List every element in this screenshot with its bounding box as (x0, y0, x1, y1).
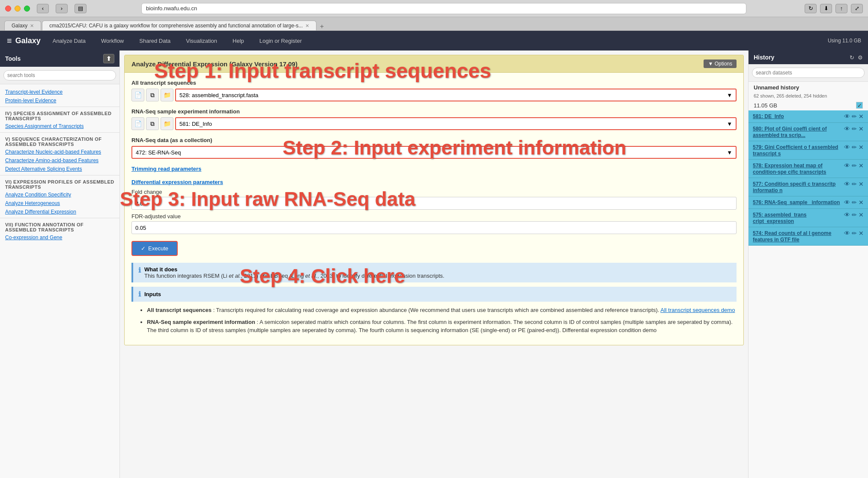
minimize-button[interactable] (15, 6, 21, 12)
execute-label: Execute (148, 245, 168, 252)
tool-link-alternative-splicing[interactable]: Detect Alternative Splicing Events (0, 165, 119, 173)
history-item-576-edit-icon[interactable]: ✏ (852, 199, 857, 206)
history-item-579-icons: 👁 ✏ ✕ (844, 144, 864, 151)
history-refresh-icon[interactable]: ↻ (850, 54, 854, 61)
history-item-578-edit-icon[interactable]: ✏ (852, 162, 857, 169)
history-item-580-edit-icon[interactable]: ✏ (852, 125, 857, 132)
nav-shared-data[interactable]: Shared Data (136, 36, 174, 46)
history-settings-icon[interactable]: ⚙ (858, 54, 863, 61)
maximize-button[interactable] (24, 6, 30, 12)
fullscreen-icon[interactable]: ⤢ (851, 4, 863, 13)
history-item-577-delete-icon[interactable]: ✕ (859, 181, 864, 187)
execute-button[interactable]: ✓ Execute (131, 241, 178, 256)
nav-workflow[interactable]: Workflow (98, 36, 127, 46)
forward-button[interactable]: › (56, 4, 68, 13)
history-item-579-eye-icon[interactable]: 👁 (844, 144, 850, 151)
history-item-576-link[interactable]: 576: RNA-Seq_sample _information (753, 199, 840, 205)
history-item-575-eye-icon[interactable]: 👁 (844, 211, 850, 218)
transcript-folder-icon[interactable]: 📁 (161, 89, 173, 101)
tab-cafu-close[interactable]: ✕ (305, 23, 309, 29)
history-checkbox[interactable]: ✓ (856, 102, 863, 109)
rnaseq-sample-group: RNA-Seq sample experiment information 📄 … (131, 108, 737, 130)
transcript-file-icon[interactable]: 📄 (131, 89, 144, 101)
fdr-label: FDR-adjusted value (131, 213, 737, 220)
history-item-579-delete-icon[interactable]: ✕ (859, 144, 864, 151)
search-tools-input[interactable] (3, 70, 116, 80)
inputs-section: ℹ Inputs All transcript sequences : Tran… (131, 287, 737, 335)
history-item-578-eye-icon[interactable]: 👁 (844, 162, 850, 169)
sample-folder-icon[interactable]: 📁 (161, 117, 173, 130)
search-datasets-input[interactable] (752, 68, 865, 78)
history-item-580-delete-icon[interactable]: ✕ (859, 125, 864, 132)
history-item-578-delete-icon[interactable]: ✕ (859, 162, 864, 169)
share-icon[interactable]: ↑ (835, 4, 847, 13)
nav-analyze-data[interactable]: Analyze Data (49, 36, 89, 46)
input2-item: RNA-Seq sample experiment information : … (147, 318, 737, 335)
input1-demo-link[interactable]: All transcript sequences demo (660, 307, 735, 313)
fold-change-input[interactable] (131, 197, 737, 210)
sample-copy-icon[interactable]: ⧉ (146, 117, 159, 130)
history-item-579-link[interactable]: 579: Gini Coefficient o f assembled tran… (753, 144, 838, 157)
history-item-575-edit-icon[interactable]: ✏ (852, 211, 857, 218)
tools-header: Tools ⬆ (0, 50, 119, 67)
download-icon[interactable]: ⬇ (820, 4, 832, 13)
tab-cafu[interactable]: cma2015/CAFU: CAFU is a galaxy workflow … (42, 21, 316, 30)
history-item-581-edit-icon[interactable]: ✏ (852, 113, 857, 120)
history-item-579: 579: Gini Coefficient o f assembled tran… (749, 141, 868, 160)
tool-link-nucleic-acid-features[interactable]: Characterize Nucleic-acid-based Features (0, 148, 119, 156)
nav-login[interactable]: Login or Register (256, 36, 305, 46)
history-item-581-link[interactable]: 581: DE_Info (753, 113, 784, 119)
sample-file-icon[interactable]: 📄 (131, 117, 144, 130)
history-item-574-eye-icon[interactable]: 👁 (844, 230, 850, 237)
history-item-576-delete-icon[interactable]: ✕ (859, 199, 864, 206)
history-item-579-edit-icon[interactable]: ✏ (852, 144, 857, 151)
history-item-577: 577: Condition specifi c transcritp info… (749, 178, 868, 196)
history-name: Unnamed history (749, 82, 868, 93)
history-item-577-eye-icon[interactable]: 👁 (844, 181, 850, 187)
tool-link-amino-acid-features[interactable]: Characterize Amino-acid-based Features (0, 156, 119, 165)
history-item-574-edit-icon[interactable]: ✏ (852, 230, 857, 237)
history-item-578-content: 578: Expression heat map of condition-sp… (753, 162, 841, 175)
history-item-574-link[interactable]: 574: Read counts of al l genome features… (753, 230, 831, 243)
tool-link-differential-expression[interactable]: Analyze Differential Expression (0, 208, 119, 216)
trimming-params-link[interactable]: Trimming read parameters (131, 166, 737, 172)
tool-link-protein-evidence[interactable]: Protein-level Evidence (0, 96, 119, 105)
nav-help[interactable]: Help (229, 36, 248, 46)
history-item-581-eye-icon[interactable]: 👁 (844, 113, 850, 120)
tab-galaxy[interactable]: Galaxy ✕ (4, 21, 41, 30)
rnaseq-data-select[interactable]: 472: SE-RNA-Seq ▼ (131, 146, 737, 159)
address-bar[interactable]: bioinfo.nwafu.edu.cn (141, 3, 746, 14)
tool-link-coexpression[interactable]: Co-expression and Gene (0, 233, 119, 242)
history-item-574-delete-icon[interactable]: ✕ (859, 230, 864, 237)
tab-galaxy-close[interactable]: ✕ (30, 23, 34, 29)
close-button[interactable] (5, 6, 11, 12)
fdr-input[interactable] (131, 221, 737, 234)
history-item-577-edit-icon[interactable]: ✏ (852, 181, 857, 187)
reload-button[interactable]: ↻ (805, 4, 817, 13)
history-item-581-delete-icon[interactable]: ✕ (859, 113, 864, 120)
history-item-580-eye-icon[interactable]: 👁 (844, 125, 850, 132)
diff-expr-params-link[interactable]: Differential expression parameters (131, 179, 737, 185)
transcript-copy-icon[interactable]: ⧉ (146, 89, 159, 101)
sidebar-toggle-button[interactable]: ▤ (75, 4, 87, 13)
fold-change-label: Fold change (131, 189, 737, 195)
nav-visualization[interactable]: Visualization (182, 36, 221, 46)
history-item-575-delete-icon[interactable]: ✕ (859, 211, 864, 218)
history-title: History (754, 54, 774, 61)
history-item-580-link[interactable]: 580: Plot of Gini coeffi cient of assemb… (753, 126, 827, 138)
back-button[interactable]: ‹ (37, 4, 49, 13)
history-item-576-eye-icon[interactable]: 👁 (844, 199, 850, 206)
all-transcripts-select[interactable]: 528: assembled_transcript.fasta ▼ (175, 89, 737, 101)
tools-upload-button[interactable]: ⬆ (103, 54, 114, 63)
history-sidebar: History ↻ ⚙ Unnamed history 62 shown, 26… (748, 50, 868, 478)
tab-add-button[interactable]: + (317, 23, 326, 30)
tool-link-species-assignment[interactable]: Species Assignment of Transcripts (0, 122, 119, 131)
tool-link-condition-specificity[interactable]: Analyze Condition Specificity (0, 190, 119, 199)
history-item-575-link[interactable]: 575: assembled_trans cript_expression (753, 212, 806, 224)
tool-link-heterogeneous[interactable]: Analyze Heterogeneous (0, 199, 119, 208)
rnaseq-sample-select[interactable]: 581: DE_Info ▼ (175, 117, 737, 130)
tool-link-transcript-evidence[interactable]: Transcript-level Evidence (0, 88, 119, 96)
history-item-578-link[interactable]: 578: Expression heat map of condition-sp… (753, 163, 826, 175)
history-item-577-link[interactable]: 577: Condition specifi c transcritp info… (753, 181, 835, 193)
options-button[interactable]: ▼ Options (704, 59, 737, 68)
